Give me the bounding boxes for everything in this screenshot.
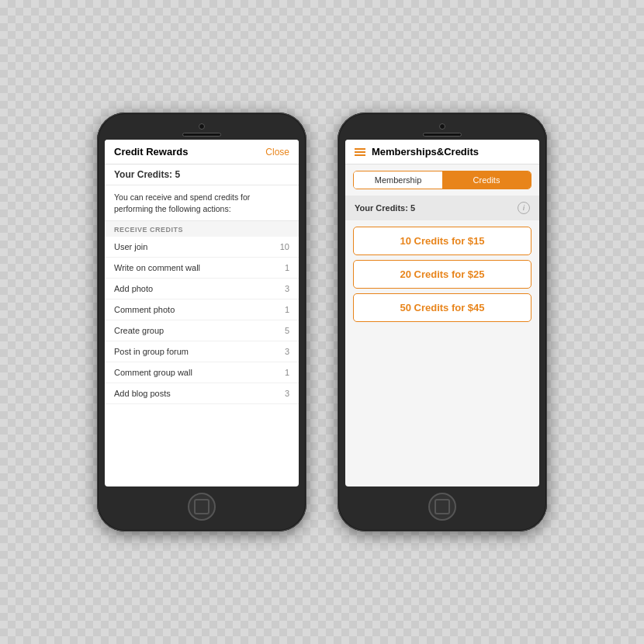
credit-row-value: 3	[285, 389, 289, 398]
credit-row: Comment photo 1	[105, 299, 299, 320]
screen2-header: Memberships&Credits	[345, 140, 539, 164]
phone-2-home-button[interactable]	[428, 493, 456, 521]
credit-package-2[interactable]: 20 Credits for $25	[353, 260, 531, 289]
credit-row-label: Create group	[114, 326, 164, 335]
phone-2: Memberships&Credits Membership Credits Y…	[338, 113, 547, 531]
phone-2-screen: Memberships&Credits Membership Credits Y…	[345, 140, 539, 486]
credit-row-label: User join	[114, 242, 147, 251]
credits-summary-text: Your Credits: 5	[355, 203, 415, 213]
phone-2-speaker	[423, 133, 462, 137]
phone-1: Credit Rewards Close Your Credits: 5 You…	[97, 113, 306, 531]
credit-row-label: Comment group wall	[114, 368, 192, 377]
credit-row-label: Write on comment wall	[114, 263, 200, 272]
credit-package-1[interactable]: 10 Credits for $15	[353, 227, 531, 255]
phone-1-top	[105, 120, 299, 137]
phone-1-home-button[interactable]	[188, 493, 216, 521]
hamburger-menu-icon[interactable]	[355, 148, 365, 156]
credit-row: Add blog posts 3	[105, 383, 299, 404]
phone-2-bottom	[345, 486, 539, 524]
tab-bar: Membership Credits	[353, 171, 531, 189]
credits-bar-label: Your Credits:	[355, 203, 408, 213]
phone-1-screen: Credit Rewards Close Your Credits: 5 You…	[105, 140, 299, 486]
credit-row: Comment group wall 1	[105, 362, 299, 383]
credit-rows-list: User join 10 Write on comment wall 1 Add…	[105, 237, 299, 404]
credit-row-label: Post in group forum	[114, 347, 189, 356]
tab-credits[interactable]: Credits	[442, 171, 531, 189]
credits-value: 5	[175, 169, 180, 180]
phone-2-top	[345, 120, 539, 137]
credits-summary-line: Your Credits: 5	[105, 164, 299, 185]
credit-row-label: Add photo	[114, 284, 153, 293]
credit-row: Post in group forum 3	[105, 341, 299, 362]
tab-membership[interactable]: Membership	[354, 171, 442, 189]
screen1-header: Credit Rewards Close	[105, 140, 299, 164]
phone-2-camera	[439, 123, 445, 130]
info-icon[interactable]: i	[518, 202, 530, 214]
credit-row: Write on comment wall 1	[105, 258, 299, 279]
credit-row: Add photo 3	[105, 279, 299, 299]
credit-row-value: 5	[285, 326, 289, 335]
screen2-title: Memberships&Credits	[372, 146, 479, 158]
screen1-title: Credit Rewards	[114, 146, 188, 158]
credit-row-label: Add blog posts	[114, 389, 171, 398]
credits-label: Your Credits:	[114, 169, 172, 180]
credit-package-3[interactable]: 50 Credits for $45	[353, 293, 531, 322]
credit-row-label: Comment photo	[114, 305, 175, 314]
description-text: You can receive and spend credits for pe…	[105, 185, 299, 221]
close-button[interactable]: Close	[265, 147, 289, 158]
credit-row-value: 3	[285, 347, 289, 356]
credit-row-value: 10	[280, 242, 289, 251]
credits-summary-bar: Your Credits: 5 i	[345, 196, 539, 220]
receive-credits-section-header: RECEIVE CREDITS	[105, 221, 299, 237]
phone-1-bottom	[105, 486, 299, 524]
credits-bar-value: 5	[410, 203, 415, 213]
credit-row: User join 10	[105, 237, 299, 258]
credit-row-value: 1	[285, 263, 289, 272]
credit-row-value: 1	[285, 305, 289, 314]
credit-row: Create group 5	[105, 320, 299, 341]
credit-row-value: 3	[285, 284, 289, 293]
phone-1-camera	[199, 123, 205, 130]
credit-row-value: 1	[285, 368, 289, 377]
credit-packages-list: 10 Credits for $1520 Credits for $2550 C…	[345, 227, 539, 322]
phone-1-speaker	[182, 133, 221, 137]
